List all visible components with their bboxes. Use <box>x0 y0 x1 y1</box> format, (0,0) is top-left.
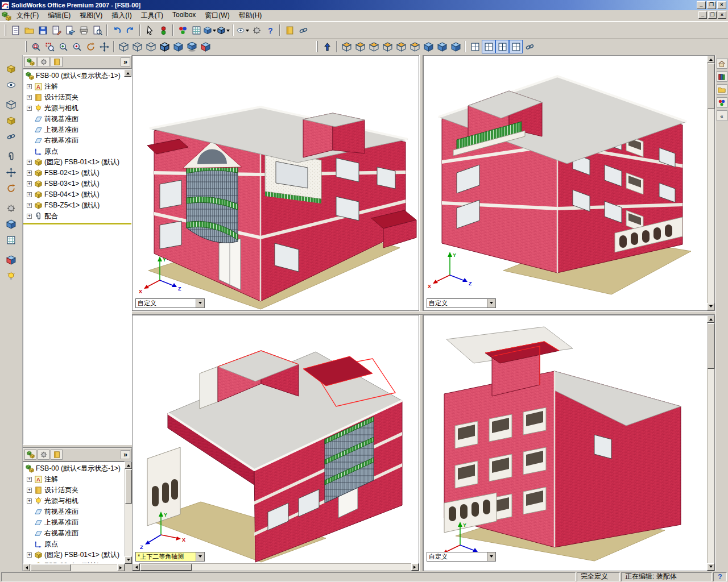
expand-plus-icon[interactable]: + <box>27 95 32 100</box>
tree-item-top-plane[interactable]: 上视基准面 <box>23 517 124 528</box>
tree-item-top-plane[interactable]: 上视基准面 <box>23 124 131 135</box>
print-button[interactable] <box>77 23 90 37</box>
rotate-component-button[interactable] <box>4 181 19 196</box>
pan-button[interactable] <box>97 40 111 53</box>
expand-plus-icon[interactable]: + <box>27 84 32 89</box>
menu-edit[interactable]: 编辑(E) <box>43 10 75 22</box>
tree-root-assembly[interactable]: FSB-00 (默认<显示状态-1>) <box>23 70 131 81</box>
sketch-button[interactable] <box>189 23 203 37</box>
tree-horizontal-scrollbar[interactable] <box>23 564 125 571</box>
explode-line-sketch-button[interactable] <box>4 232 19 247</box>
viewport-bottom-left[interactable]: Y X Z *上下二等角轴测 <box>132 315 419 571</box>
make-assembly-button[interactable] <box>63 23 77 37</box>
tree-item-fsb-03[interactable]: +FSB-03<1> (默认) <box>23 178 131 189</box>
expand-plus-icon[interactable]: + <box>27 192 32 197</box>
options-button[interactable] <box>250 23 263 37</box>
view-orientation-combo[interactable]: *上下二等角轴测 <box>135 552 205 562</box>
tree-item-front-plane[interactable]: 前视基准面 <box>23 506 124 517</box>
wireframe-button[interactable] <box>117 40 130 53</box>
top-view-button[interactable] <box>394 40 408 53</box>
tree-item-fsb-02[interactable]: +FSB-02<1> (默认) <box>23 168 131 178</box>
expand-plus-icon[interactable]: + <box>27 477 32 482</box>
make-drawing-button[interactable] <box>49 23 63 37</box>
hidden-lines-visible-button[interactable] <box>130 40 144 53</box>
curved-glass-bay[interactable] <box>187 165 238 243</box>
expand-panel-button[interactable]: » <box>121 57 130 66</box>
collapse-task-pane-button[interactable]: « <box>717 110 727 121</box>
save-button[interactable] <box>36 23 49 37</box>
trimetric-view-button[interactable] <box>435 40 449 53</box>
tree-item-lights-cameras[interactable]: +光源与相机 <box>23 103 131 114</box>
menu-tools[interactable]: 工具(T) <box>136 10 168 22</box>
close-button[interactable]: × <box>717 1 726 9</box>
child-minimize-button[interactable]: _ <box>698 11 707 19</box>
design-library-button[interactable] <box>717 71 727 82</box>
tree-scroll-up-button[interactable] <box>124 69 131 77</box>
design-binder-button[interactable] <box>283 23 296 37</box>
menu-toolbox[interactable]: Toolbox <box>168 10 200 22</box>
tree-item-origin[interactable]: 原点 <box>23 539 124 550</box>
two-view-horizontal-button[interactable] <box>482 40 495 53</box>
scroll-up-button[interactable] <box>707 315 714 323</box>
scroll-down-button[interactable] <box>707 563 714 571</box>
rollback-bar[interactable] <box>23 223 131 225</box>
rebuild-button[interactable] <box>156 23 170 37</box>
viewport-vertical-scrollbar[interactable] <box>707 56 714 310</box>
child-restore-button[interactable]: ❐ <box>708 11 717 19</box>
tree-item-origin[interactable]: 原点 <box>23 146 131 157</box>
new-document-button[interactable] <box>9 23 22 37</box>
bottom-view-button[interactable] <box>408 40 421 53</box>
single-view-button[interactable] <box>468 40 482 53</box>
scroll-left-button[interactable] <box>133 563 140 571</box>
dimetric-view-button[interactable] <box>449 40 462 53</box>
tree-vertical-scrollbar[interactable] <box>125 462 132 564</box>
interference-detection-button[interactable] <box>4 252 19 267</box>
front-view-button[interactable] <box>340 40 353 53</box>
edit-color-button[interactable] <box>176 23 189 37</box>
select-button[interactable] <box>143 23 156 37</box>
zoom-to-area-button[interactable] <box>43 40 56 53</box>
viewport-horizontal-scrollbar[interactable] <box>133 563 419 571</box>
expand-panel-button[interactable]: » <box>121 450 130 459</box>
tree-item-annotations[interactable]: +A注解 <box>23 81 131 92</box>
tree-root-assembly[interactable]: FSB-00 (默认<显示状态-1>) <box>23 463 124 474</box>
expand-plus-icon[interactable]: + <box>27 181 32 186</box>
rotate-view-button[interactable] <box>84 40 97 53</box>
featuremanager-tab[interactable] <box>24 57 36 67</box>
tree-item-right-plane[interactable]: 右视基准面 <box>23 528 124 539</box>
dropdown-arrow-icon[interactable] <box>246 30 249 34</box>
undo-button[interactable] <box>110 23 123 37</box>
section-view-button[interactable] <box>198 40 212 53</box>
minimize-button[interactable]: _ <box>697 1 706 9</box>
menu-window[interactable]: 窗口(W) <box>200 10 234 22</box>
zoom-to-fit-button[interactable] <box>29 40 43 53</box>
dropdown-arrow-icon[interactable] <box>213 30 216 34</box>
fsb-building-model[interactable] <box>439 76 686 273</box>
tree-item-right-plane[interactable]: 右视基准面 <box>23 135 131 146</box>
document-system-icon[interactable] <box>2 11 11 20</box>
shaded-with-edges-button[interactable] <box>158 40 171 53</box>
scroll-up-button[interactable] <box>125 462 132 469</box>
solidworks-resources-button[interactable] <box>717 58 727 69</box>
tree-item-fsb-01[interactable]: +(固定) FSB-01<1> (默认) <box>23 157 131 168</box>
expand-plus-icon[interactable]: + <box>27 203 32 208</box>
dropdown-arrow-icon[interactable] <box>226 30 230 34</box>
view-orientation-combo[interactable]: 自定义 <box>135 298 205 308</box>
propertymanager-tab[interactable] <box>38 57 49 67</box>
insert-components-button[interactable] <box>4 61 19 76</box>
edit-component-button[interactable] <box>4 113 19 128</box>
restore-button[interactable]: ❐ <box>707 1 716 9</box>
combo-dropdown-button[interactable] <box>487 299 495 307</box>
combo-dropdown-button[interactable] <box>196 299 204 307</box>
tree-item-design-binder[interactable]: +设计活页夹 <box>23 92 131 103</box>
tree-item-fsb-z5[interactable]: +FSB-Z5<1> (默认) <box>23 200 131 211</box>
propertymanager-tab[interactable] <box>38 450 49 460</box>
mate-button[interactable] <box>4 149 19 164</box>
no-external-references-button[interactable] <box>4 129 19 144</box>
simulation-button[interactable] <box>4 268 19 283</box>
help-button[interactable]: ? <box>263 23 277 37</box>
configurationmanager-tab[interactable] <box>51 57 63 67</box>
status-help-button[interactable]: ? <box>713 572 727 581</box>
standard-views-button[interactable] <box>203 23 217 37</box>
view-orientation-button[interactable] <box>320 40 334 53</box>
